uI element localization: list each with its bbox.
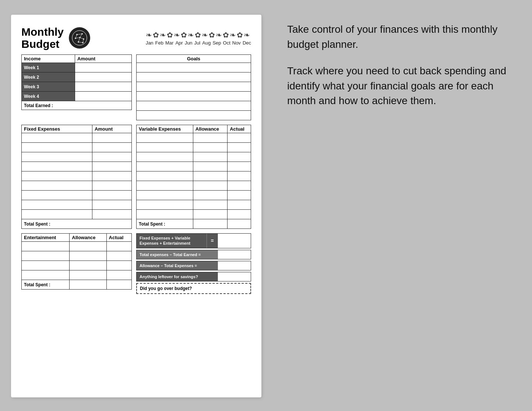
page-wrapper: Monthly Budget xyxy=(0,0,532,411)
right-paragraph-1: Take control of your finances with this … xyxy=(287,22,517,52)
goals-row3 xyxy=(137,82,251,92)
variable-allowance-header: Allowance xyxy=(193,125,227,133)
summary-box-1: Fixed Expenses + Variable Expenses + Ent… xyxy=(136,233,251,248)
summary-value-3 xyxy=(218,261,251,270)
summary-box-2: Total expenses – Total Earned = xyxy=(136,250,251,259)
var-row3 xyxy=(137,152,251,162)
summary-label-2: Total expenses – Total Earned = xyxy=(137,250,218,259)
ent-total-label: Total Spent : xyxy=(22,280,70,290)
variable-actual-header: Actual xyxy=(228,125,251,133)
ent-actual-header: Actual xyxy=(106,234,131,242)
fixed-row2 xyxy=(22,143,132,152)
total-earned-row: Total Earned : xyxy=(22,101,132,110)
var-row5 xyxy=(137,171,251,181)
week1-row: Week 1 xyxy=(22,63,132,72)
variable-header: Variable Expenses xyxy=(137,125,193,133)
ent-row3 xyxy=(22,261,132,270)
fixed-row6 xyxy=(22,181,132,191)
title-line1: Monthly xyxy=(21,26,64,38)
fixed-row5 xyxy=(22,171,132,181)
fixed-row9 xyxy=(22,210,132,219)
fixed-row8 xyxy=(22,200,132,210)
fixed-row7 xyxy=(22,191,132,200)
week4-label: Week 4 xyxy=(22,92,75,101)
var-row4 xyxy=(137,162,251,171)
var-row1 xyxy=(137,133,251,143)
income-header: Income xyxy=(22,55,75,63)
income-table: Income Amount Week 1 Week 2 xyxy=(21,54,132,110)
ent-row2 xyxy=(22,251,132,261)
variable-total-label: Total Spent : xyxy=(137,219,193,229)
fixed-row3 xyxy=(22,152,132,162)
top-row: Income Amount Week 1 Week 2 xyxy=(21,54,251,120)
var-row8 xyxy=(137,200,251,210)
summary-value-2 xyxy=(218,250,251,259)
income-table-wrap: Income Amount Week 1 Week 2 xyxy=(21,54,132,120)
goals-header: Goals xyxy=(137,55,251,63)
fixed-table-wrap: Fixed Expenses Amount xyxy=(21,125,132,229)
summary-box-3: Allowance – Total Expenses = xyxy=(136,261,251,270)
variable-expenses-table: Variable Expenses Allowance Actual xyxy=(136,125,251,229)
ent-row4 xyxy=(22,270,132,280)
week3-row: Week 3 xyxy=(22,82,132,92)
summary-value-4 xyxy=(218,272,251,281)
fixed-total-label: Total Spent : xyxy=(22,219,132,229)
budget-card: Monthly Budget xyxy=(11,15,261,397)
goals-row4 xyxy=(137,92,251,101)
summary-equals-1: = xyxy=(207,234,218,248)
week2-label: Week 2 xyxy=(22,72,75,82)
goals-table: Goals xyxy=(136,54,251,120)
var-row7 xyxy=(137,191,251,200)
week2-row: Week 2 xyxy=(22,72,132,82)
goals-row6 xyxy=(137,111,251,120)
summary-value-1 xyxy=(218,234,251,248)
fixed-total-row: Total Spent : xyxy=(22,219,132,229)
ent-total-row: Total Spent : xyxy=(22,280,132,290)
header-right: ❧✿❧✿❧✿❧✿❧✿❧✿❧✿❧ Jan Feb Mar Apr Jun Jul … xyxy=(146,31,251,46)
bottom-row: Entertainment Allowance Actual Total Spe… xyxy=(21,233,251,294)
did-you-go-budget: Did you go over budget? xyxy=(136,283,251,294)
summary-label-4: Anything leftover for savings? xyxy=(137,272,218,281)
entertainment-table: Entertainment Allowance Actual Total Spe… xyxy=(21,233,132,290)
constellation-icon xyxy=(72,30,87,46)
middle-row: Fixed Expenses Amount xyxy=(21,125,251,229)
entertainment-table-wrap: Entertainment Allowance Actual Total Spe… xyxy=(21,233,132,294)
fixed-header: Fixed Expenses xyxy=(22,125,92,133)
summary-label-3: Allowance – Total Expenses = xyxy=(137,261,218,270)
vine-decoration: ❧✿❧✿❧✿❧✿❧✿❧✿❧✿❧ xyxy=(146,31,251,39)
fixed-expenses-table: Fixed Expenses Amount xyxy=(21,125,132,229)
var-row9 xyxy=(137,210,251,219)
fixed-row4 xyxy=(22,162,132,171)
goals-row1 xyxy=(137,63,251,72)
summary-box-4: Anything leftover for savings? xyxy=(136,272,251,281)
right-text: Take control of your finances with this … xyxy=(276,15,521,397)
ent-header: Entertainment xyxy=(22,234,70,242)
variable-table-wrap: Variable Expenses Allowance Actual xyxy=(136,125,251,229)
months-row: Jan Feb Mar Apr Jun Jul Aug Sep Oct Nov … xyxy=(146,40,251,46)
goals-row5 xyxy=(137,101,251,111)
ent-row1 xyxy=(22,242,132,251)
summary-section: Fixed Expenses + Variable Expenses + Ent… xyxy=(136,233,251,294)
header: Monthly Budget xyxy=(21,26,251,50)
summary-label-1: Fixed Expenses + Variable Expenses + Ent… xyxy=(137,234,207,248)
week3-label: Week 3 xyxy=(22,82,75,92)
title-line2: Budget xyxy=(21,38,59,50)
amount-header: Amount xyxy=(75,55,132,63)
var-row6 xyxy=(137,181,251,191)
fixed-row1 xyxy=(22,133,132,143)
right-paragraph-2: Track where you need to cut back spendin… xyxy=(287,64,517,109)
total-earned-label: Total Earned : xyxy=(22,101,132,110)
header-title: Monthly Budget xyxy=(21,26,64,50)
goals-row2 xyxy=(137,72,251,82)
ent-allowance-header: Allowance xyxy=(70,234,106,242)
variable-total-row: Total Spent : xyxy=(137,219,251,229)
week4-row: Week 4 xyxy=(22,92,132,101)
goals-table-wrap: Goals xyxy=(136,54,251,120)
week1-label: Week 1 xyxy=(22,63,75,72)
var-row2 xyxy=(137,143,251,152)
logo-circle xyxy=(69,27,90,49)
fixed-amount-header: Amount xyxy=(92,125,131,133)
